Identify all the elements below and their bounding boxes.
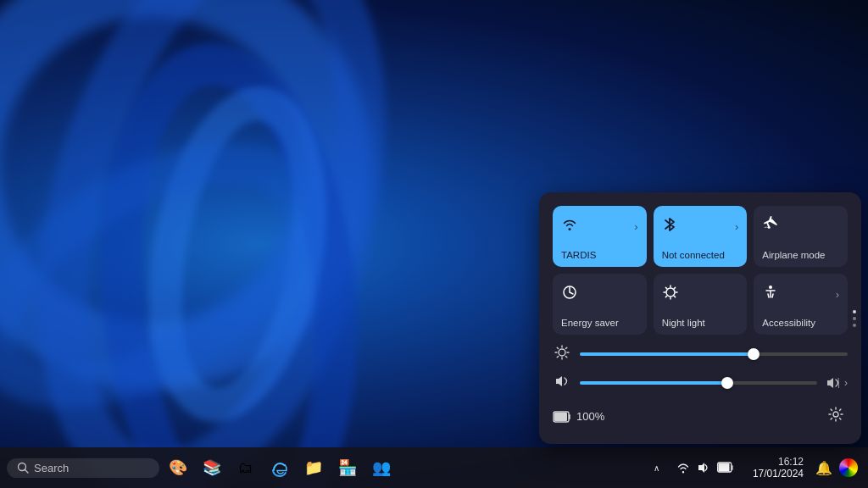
night-light-label: Night light: [662, 318, 739, 328]
volume-end-controls: ›: [826, 375, 848, 391]
taskbar: Search 🎨 📚 🗂 📁 🏪 👥 ∧: [0, 447, 868, 488]
accessibility-expand-arrow[interactable]: ›: [836, 288, 839, 301]
svg-line-6: [665, 287, 666, 288]
volume-thumb[interactable]: [721, 377, 733, 389]
quick-settings-panel: › TARDIS › Not connected: [539, 192, 861, 444]
svg-line-20: [838, 378, 839, 388]
volume-slider-row: ›: [553, 374, 848, 392]
energy-label: Energy saver: [561, 318, 638, 328]
taskbar-folder-app[interactable]: 📁: [298, 452, 329, 483]
taskbar-right: ∧ 16:12 17/01/2024 🔔: [650, 454, 868, 481]
scroll-dot-2: [853, 317, 856, 320]
taskbar-edge-app[interactable]: [264, 452, 295, 483]
svg-rect-22: [554, 413, 567, 421]
battery-percent: 100%: [576, 410, 604, 423]
settings-icon[interactable]: [824, 402, 848, 430]
brightness-slider-row: [553, 345, 848, 363]
wifi-button[interactable]: › TARDIS: [553, 206, 647, 267]
bluetooth-label: Not connected: [662, 250, 739, 260]
taskbar-store-app[interactable]: 🏪: [332, 452, 363, 483]
quick-buttons-row2: Energy saver: [553, 274, 848, 335]
battery-info: 100%: [553, 410, 604, 424]
bluetooth-icon: [662, 216, 677, 237]
svg-point-10: [769, 286, 772, 289]
svg-line-16: [557, 347, 558, 348]
brightness-slider[interactable]: [580, 352, 848, 356]
svg-rect-28: [718, 463, 729, 471]
volume-expand-arrow[interactable]: ›: [844, 377, 848, 389]
svg-line-19: [557, 356, 558, 357]
volume-fill: [580, 381, 727, 385]
svg-rect-23: [569, 414, 570, 419]
panel-scrollbar: [853, 310, 856, 327]
night-light-icon: [662, 284, 679, 305]
energy-icon: [561, 284, 578, 305]
taskbar-books-app[interactable]: 📚: [197, 452, 227, 483]
system-tray-chevron[interactable]: ∧: [650, 462, 663, 474]
search-placeholder: Search: [34, 462, 69, 474]
brightness-icon: [553, 345, 571, 363]
night-light-button[interactable]: Night light: [654, 274, 748, 335]
svg-line-8: [674, 287, 675, 288]
svg-line-26: [25, 470, 29, 474]
svg-line-18: [565, 347, 566, 348]
scroll-dot-3: [853, 324, 856, 327]
system-clock[interactable]: 16:12 17/01/2024: [748, 454, 809, 481]
svg-point-11: [559, 349, 565, 356]
taskbar-teams-app[interactable]: 👥: [366, 452, 397, 483]
airplane-icon: [762, 216, 779, 237]
scroll-dot-1: [853, 310, 856, 313]
brightness-fill: [580, 352, 754, 356]
svg-point-24: [833, 412, 838, 417]
svg-point-1: [666, 288, 675, 297]
airplane-label: Airplane mode: [762, 250, 839, 260]
accessibility-icon: [762, 284, 779, 305]
accessibility-button[interactable]: › Accessibility: [754, 274, 848, 335]
svg-rect-29: [732, 465, 733, 470]
bluetooth-expand-arrow[interactable]: ›: [735, 220, 738, 233]
quick-buttons-row1: › TARDIS › Not connected: [553, 206, 848, 267]
clock-time: 16:12: [778, 456, 804, 468]
svg-line-17: [565, 356, 566, 357]
system-tray-icons[interactable]: [670, 458, 741, 478]
accessibility-label: Accessibility: [762, 318, 839, 328]
brightness-thumb[interactable]: [748, 348, 760, 360]
taskbar-files-app[interactable]: 🗂: [231, 452, 261, 483]
wifi-expand-arrow[interactable]: ›: [634, 220, 637, 233]
search-box[interactable]: Search: [7, 458, 159, 478]
notification-bell[interactable]: 🔔: [815, 460, 832, 476]
volume-slider[interactable]: [580, 381, 817, 385]
wifi-icon: [561, 216, 578, 237]
energy-saver-button[interactable]: Energy saver: [553, 274, 647, 335]
battery-row: 100%: [553, 402, 848, 430]
airplane-button[interactable]: Airplane mode: [754, 206, 848, 267]
clock-date: 17/01/2024: [753, 468, 804, 480]
color-palette-button[interactable]: [839, 458, 858, 477]
wifi-label: TARDIS: [561, 250, 638, 260]
svg-line-9: [665, 296, 666, 297]
volume-icon: [553, 374, 571, 392]
bluetooth-button[interactable]: › Not connected: [654, 206, 748, 267]
taskbar-brush-app[interactable]: 🎨: [163, 452, 193, 483]
svg-line-7: [674, 296, 675, 297]
taskbar-left: Search 🎨 📚 🗂 📁 🏪 👥: [0, 452, 650, 483]
